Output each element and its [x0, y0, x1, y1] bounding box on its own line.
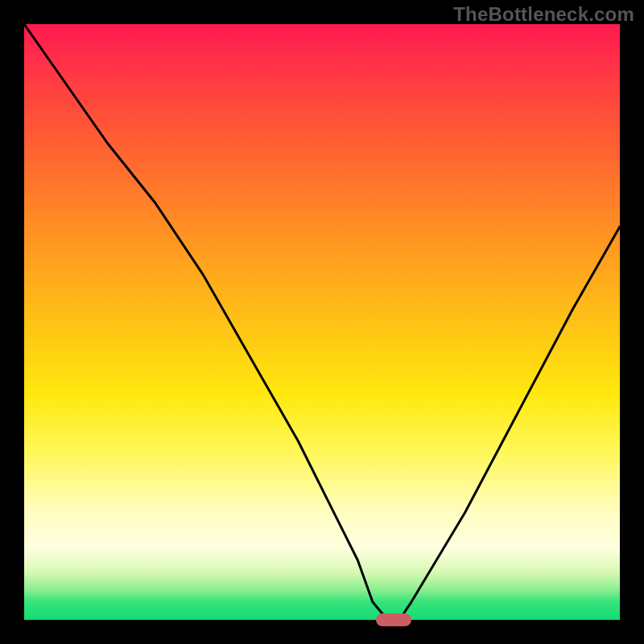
watermark-text: TheBottleneck.com	[453, 3, 634, 26]
curve-path	[24, 24, 620, 620]
optimal-marker	[376, 613, 411, 626]
bottleneck-curve	[24, 24, 620, 620]
plot-area	[24, 24, 620, 620]
